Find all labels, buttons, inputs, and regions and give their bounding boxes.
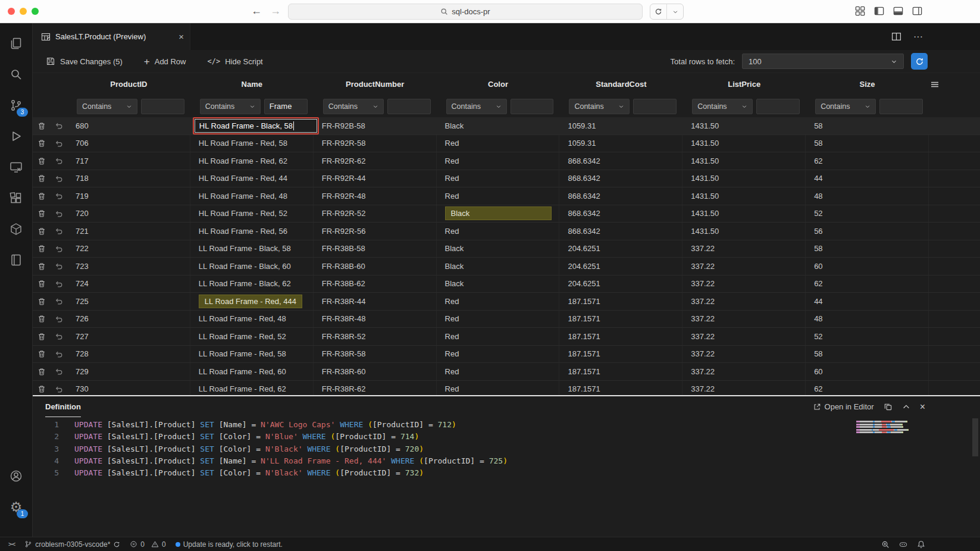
cell-color[interactable]: Red [437, 223, 560, 240]
column-header-standardcost[interactable]: StandardCost [559, 73, 682, 95]
account-icon[interactable] [0, 461, 32, 491]
database-projects-icon[interactable] [0, 214, 32, 245]
filter-operator-dropdown[interactable]: Contains [692, 99, 753, 114]
open-in-editor-button[interactable]: Open in Editor [813, 402, 874, 411]
revert-row-icon[interactable] [51, 311, 67, 328]
filter-value-input[interactable] [387, 99, 431, 114]
filter-value-input[interactable] [633, 99, 677, 114]
toggle-panel-icon[interactable] [893, 5, 904, 17]
revert-row-icon[interactable] [51, 363, 67, 380]
cell-number[interactable]: FR-R38R-52 [314, 328, 437, 345]
filter-value-input[interactable] [511, 99, 554, 114]
cell-color[interactable]: Red [437, 135, 560, 152]
revert-row-icon[interactable] [51, 187, 67, 205]
total-rows-select[interactable]: 100 [742, 54, 904, 69]
search-sidebar-icon[interactable] [0, 59, 32, 90]
delete-row-icon[interactable] [33, 152, 51, 170]
revert-row-icon[interactable] [51, 328, 67, 345]
filter-value-input[interactable]: Frame [264, 99, 308, 114]
revert-row-icon[interactable] [51, 152, 67, 170]
cell-color[interactable]: Red [437, 346, 560, 363]
cell-name[interactable]: LL Road Frame - Red, 58 [190, 346, 314, 363]
remote-indicator[interactable]: >< [8, 540, 15, 548]
cell-id[interactable]: 680 [67, 117, 190, 134]
cell-cost[interactable]: 868.6342 [559, 223, 682, 240]
sync-status-icon[interactable] [113, 541, 120, 548]
filter-operator-dropdown[interactable]: Contains [200, 99, 261, 114]
cell-name[interactable]: LL Road Frame - Black, 62 [190, 276, 314, 293]
delete-row-icon[interactable] [33, 346, 51, 363]
filter-operator-dropdown[interactable]: Contains [323, 99, 384, 114]
cell-size[interactable]: 60 [806, 363, 929, 380]
workspace-indicator[interactable]: croblesm-0305-vscode* [24, 540, 120, 549]
cell-id[interactable]: 722 [67, 240, 190, 258]
delete-row-icon[interactable] [33, 276, 51, 293]
copy-icon[interactable] [884, 402, 893, 411]
back-icon[interactable]: ← [251, 4, 262, 18]
cell-cost[interactable]: 204.6251 [559, 258, 682, 275]
revert-row-icon[interactable] [51, 346, 67, 363]
zoom-icon[interactable] [881, 540, 890, 549]
cell-size[interactable]: 58 [806, 135, 929, 152]
cell-cost[interactable]: 1059.31 [559, 117, 682, 134]
split-editor-icon[interactable] [891, 32, 901, 42]
filter-operator-dropdown[interactable]: Contains [77, 99, 137, 114]
source-control-icon[interactable]: 3 [0, 90, 32, 121]
explorer-icon[interactable] [0, 28, 32, 59]
cell-name[interactable]: LL Road Frame - Black, 58 [190, 240, 314, 258]
cell-size[interactable]: 60 [806, 258, 929, 275]
cell-name[interactable]: LL Road Frame - Red, 444 [190, 293, 314, 310]
filter-operator-dropdown[interactable]: Contains [815, 99, 876, 114]
delete-row-icon[interactable] [33, 328, 51, 345]
cell-color[interactable]: Red [437, 381, 560, 396]
cell-cost[interactable]: 204.6251 [559, 240, 682, 258]
cell-number[interactable]: FR-R38R-44 [314, 293, 437, 310]
add-row-button[interactable]: + Add Row [144, 57, 186, 67]
table-row[interactable]: 725LL Road Frame - Red, 444FR-R38R-44Red… [33, 293, 980, 311]
cell-name[interactable]: LL Road Frame - Red, 48 [190, 311, 314, 328]
cell-size[interactable]: 52 [806, 328, 929, 345]
forward-icon[interactable]: → [270, 4, 281, 18]
settings-gear-icon[interactable]: ⚙ 1 [0, 491, 32, 522]
cell-id[interactable]: 717 [67, 152, 190, 170]
cell-name[interactable]: LL Road Frame - Red, 62 [190, 381, 314, 396]
cell-cost[interactable]: 868.6342 [559, 187, 682, 205]
cell-color[interactable]: Black [437, 240, 560, 258]
toggle-primary-sidebar-icon[interactable] [873, 5, 885, 17]
cell-size[interactable]: 62 [806, 276, 929, 293]
revert-row-icon[interactable] [51, 135, 67, 152]
delete-row-icon[interactable] [33, 311, 51, 328]
notebook-icon[interactable] [0, 245, 32, 276]
grid-menu-icon[interactable] [929, 73, 980, 95]
update-ready-indicator[interactable]: Update is ready, click to restart. [176, 540, 283, 549]
cell-price[interactable]: 337.22 [682, 276, 806, 293]
cell-number[interactable]: FR-R38B-58 [314, 240, 437, 258]
table-row[interactable]: 718HL Road Frame - Red, 44FR-R92R-44Red8… [33, 170, 980, 188]
cell-number[interactable]: FR-R92R-52 [314, 205, 437, 223]
delete-row-icon[interactable] [33, 135, 51, 152]
revert-row-icon[interactable] [51, 170, 67, 187]
column-header-productid[interactable]: ProductID [67, 73, 190, 95]
revert-row-icon[interactable] [51, 205, 67, 223]
cell-color[interactable]: Red [437, 152, 560, 170]
cell-size[interactable]: 58 [806, 346, 929, 363]
delete-row-icon[interactable] [33, 363, 51, 380]
delete-row-icon[interactable] [33, 293, 51, 310]
cell-number[interactable]: FR-R92R-62 [314, 152, 437, 170]
filter-value-input[interactable] [141, 99, 184, 114]
collapse-panel-icon[interactable] [902, 403, 910, 411]
revert-row-icon[interactable] [51, 223, 67, 240]
cell-size[interactable]: 44 [806, 170, 929, 187]
cell-id[interactable]: 730 [67, 381, 190, 396]
cell-size[interactable]: 58 [806, 240, 929, 258]
cell-size[interactable]: 56 [806, 223, 929, 240]
more-actions-icon[interactable]: ··· [913, 32, 923, 42]
panel-tab-definition[interactable]: Definition [45, 396, 81, 417]
cell-price[interactable]: 1431.50 [682, 170, 806, 187]
cell-id[interactable]: 726 [67, 311, 190, 328]
cell-price[interactable]: 337.22 [682, 240, 806, 258]
minimap[interactable] [856, 421, 909, 434]
cell-number[interactable]: FR-R38B-60 [314, 258, 437, 275]
cell-price[interactable]: 337.22 [682, 311, 806, 328]
filter-operator-dropdown[interactable]: Contains [569, 99, 630, 114]
